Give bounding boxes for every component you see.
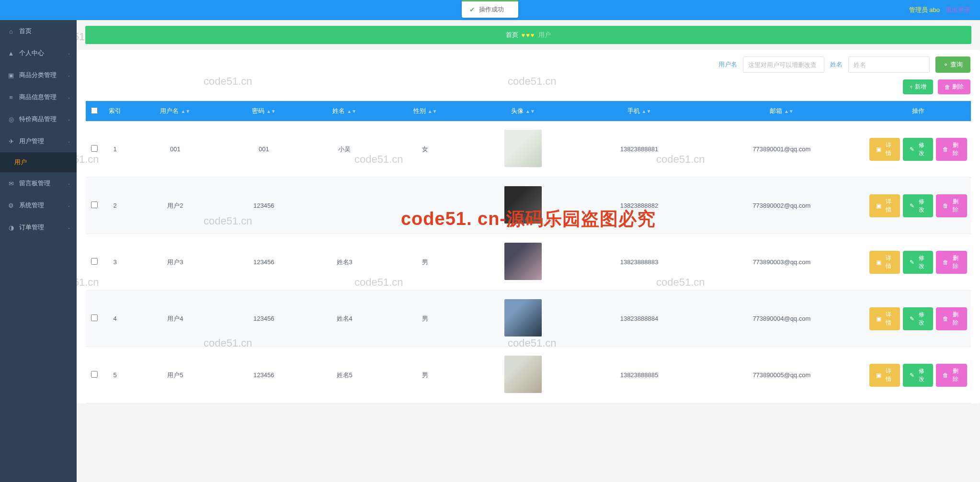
cell-ops: ▣ 详情 ✎ 修改 🗑 删除 bbox=[866, 178, 971, 234]
search-icon: ⚬ bbox=[943, 61, 948, 68]
trash-icon: 🗑 bbox=[943, 202, 948, 209]
cell-avatar bbox=[466, 347, 581, 404]
row-checkbox[interactable] bbox=[91, 314, 98, 321]
row-delete-button[interactable]: 🗑 删除 bbox=[936, 138, 967, 161]
row-checkbox[interactable] bbox=[91, 145, 98, 152]
sort-icon: ▲▼ bbox=[266, 110, 276, 113]
select-all-checkbox[interactable] bbox=[91, 107, 98, 114]
th-avatar[interactable]: 头像▲▼ bbox=[466, 101, 581, 121]
row-checkbox[interactable] bbox=[91, 258, 98, 265]
query-button[interactable]: ⚬ 查询 bbox=[935, 56, 970, 73]
edit-icon: ✎ bbox=[910, 146, 914, 153]
cell-email: 773890002@qq.com bbox=[698, 178, 866, 234]
th-email[interactable]: 邮箱▲▼ bbox=[698, 101, 866, 121]
sidebar-item-label: 订单管理 bbox=[19, 223, 44, 232]
breadcrumb-home[interactable]: 首页 bbox=[506, 31, 518, 39]
sidebar-subitem-user[interactable]: 用户 bbox=[0, 152, 77, 172]
cell-name bbox=[304, 178, 385, 234]
cell-gender: 女 bbox=[385, 121, 465, 178]
avatar bbox=[504, 186, 542, 224]
logout-link[interactable]: 退出登录 bbox=[946, 6, 970, 14]
add-button[interactable]: + 新增 bbox=[903, 79, 933, 94]
sidebar-item-system[interactable]: ⚙ 系统管理 ⌄ bbox=[0, 194, 77, 216]
username-input[interactable] bbox=[743, 56, 824, 73]
cell-gender: 男 bbox=[385, 347, 465, 404]
row-delete-button[interactable]: 🗑 删除 bbox=[936, 251, 967, 274]
row-checkbox[interactable] bbox=[91, 371, 98, 378]
cell-gender: 男 bbox=[385, 234, 465, 291]
chevron-down-icon: ⌄ bbox=[67, 139, 71, 144]
detail-icon: ▣ bbox=[876, 202, 881, 209]
trash-icon: 🗑 bbox=[943, 259, 948, 266]
detail-button[interactable]: ▣ 详情 bbox=[869, 307, 900, 330]
cell-avatar bbox=[466, 178, 581, 234]
trash-icon: 🗑 bbox=[943, 315, 948, 322]
cell-password: 123456 bbox=[224, 291, 304, 347]
edit-button[interactable]: ✎ 修改 bbox=[903, 138, 933, 161]
add-button-label: 新增 bbox=[915, 83, 926, 91]
delete-button[interactable]: 🗑 删除 bbox=[938, 79, 970, 94]
detail-button[interactable]: ▣ 详情 bbox=[869, 138, 900, 161]
sidebar-item-special[interactable]: ◎ 特价商品管理 ⌄ bbox=[0, 108, 77, 130]
cell-username: 001 bbox=[127, 121, 224, 178]
cell-avatar bbox=[466, 121, 581, 178]
sidebar-item-home[interactable]: ⌂ 首页 bbox=[0, 20, 77, 42]
search-row: 用户名 姓名 ⚬ 查询 bbox=[77, 50, 980, 79]
detail-button[interactable]: ▣ 详情 bbox=[869, 251, 900, 274]
row-delete-button[interactable]: 🗑 删除 bbox=[936, 364, 967, 387]
name-input[interactable] bbox=[848, 56, 930, 73]
tag-icon: ◎ bbox=[8, 116, 14, 123]
breadcrumb-current: 用户 bbox=[538, 31, 551, 39]
avatar bbox=[504, 243, 542, 280]
main-content: code51.cn code51.cn code51.cn code51.cn … bbox=[77, 20, 980, 482]
edit-button[interactable]: ✎ 修改 bbox=[903, 307, 933, 330]
cell-ops: ▣ 详情 ✎ 修改 🗑 删除 bbox=[866, 347, 971, 404]
th-index[interactable]: 索引 bbox=[103, 101, 127, 121]
cell-index: 5 bbox=[103, 347, 127, 404]
sidebar-item-category[interactable]: ▣ 商品分类管理 ⌄ bbox=[0, 64, 77, 86]
detail-button[interactable]: ▣ 详情 bbox=[869, 194, 900, 217]
trash-icon: 🗑 bbox=[945, 84, 950, 90]
sidebar-item-label: 个人中心 bbox=[19, 49, 44, 57]
sidebar-item-order[interactable]: ◑ 订单管理 ⌄ bbox=[0, 216, 77, 238]
breadcrumb: 首页 ♥♥♥ 用户 bbox=[85, 26, 971, 44]
toast-text: 操作成功 bbox=[479, 5, 504, 14]
sidebar-item-profile[interactable]: ▲ 个人中心 ⌄ bbox=[0, 42, 77, 64]
delete-button-label: 删除 bbox=[952, 83, 964, 91]
chevron-down-icon: ⌄ bbox=[67, 73, 71, 78]
th-phone[interactable]: 手机▲▼ bbox=[581, 101, 697, 121]
avatar bbox=[504, 356, 542, 393]
cell-name: 姓名3 bbox=[304, 234, 385, 291]
edit-button[interactable]: ✎ 修改 bbox=[903, 194, 933, 217]
sidebar-item-label: 首页 bbox=[19, 27, 32, 35]
th-name[interactable]: 姓名▲▼ bbox=[304, 101, 385, 121]
sidebar-item-label: 留言板管理 bbox=[19, 179, 50, 188]
message-icon: ✉ bbox=[8, 180, 14, 187]
sidebar-item-label: 商品分类管理 bbox=[19, 71, 57, 79]
avatar bbox=[504, 130, 542, 167]
cell-email: 773890001@qq.com bbox=[698, 121, 866, 178]
avatar bbox=[504, 299, 542, 336]
sidebar-item-users[interactable]: ✈ 用户管理 ⌄ bbox=[0, 130, 77, 152]
edit-button[interactable]: ✎ 修改 bbox=[903, 251, 933, 274]
detail-button[interactable]: ▣ 详情 bbox=[869, 364, 900, 387]
table-row: 2 用户2 123456 13823888882 773890002@qq.co… bbox=[86, 178, 971, 234]
th-username[interactable]: 用户名▲▼ bbox=[127, 101, 224, 121]
users-icon: ✈ bbox=[8, 138, 14, 145]
action-row: + 新增 🗑 删除 bbox=[77, 79, 980, 101]
sidebar-item-product[interactable]: ≡ 商品信息管理 ⌄ bbox=[0, 86, 77, 108]
row-delete-button[interactable]: 🗑 删除 bbox=[936, 194, 967, 217]
edit-button[interactable]: ✎ 修改 bbox=[903, 364, 933, 387]
home-icon: ⌂ bbox=[8, 28, 14, 35]
sidebar-item-label: 系统管理 bbox=[19, 201, 44, 210]
cell-name: 小吴 bbox=[304, 121, 385, 178]
th-password[interactable]: 密码▲▼ bbox=[224, 101, 304, 121]
success-toast: ✔ 操作成功 bbox=[462, 0, 518, 18]
row-delete-button[interactable]: 🗑 删除 bbox=[936, 307, 967, 330]
table-row: 4 用户4 123456 姓名4 男 13823888884 773890004… bbox=[86, 291, 971, 347]
row-checkbox[interactable] bbox=[91, 202, 98, 208]
sidebar-item-message[interactable]: ✉ 留言板管理 ⌄ bbox=[0, 172, 77, 194]
cell-username: 用户5 bbox=[127, 347, 224, 404]
admin-label[interactable]: 管理员 abo bbox=[909, 6, 940, 14]
th-gender[interactable]: 性别▲▼ bbox=[385, 101, 465, 121]
